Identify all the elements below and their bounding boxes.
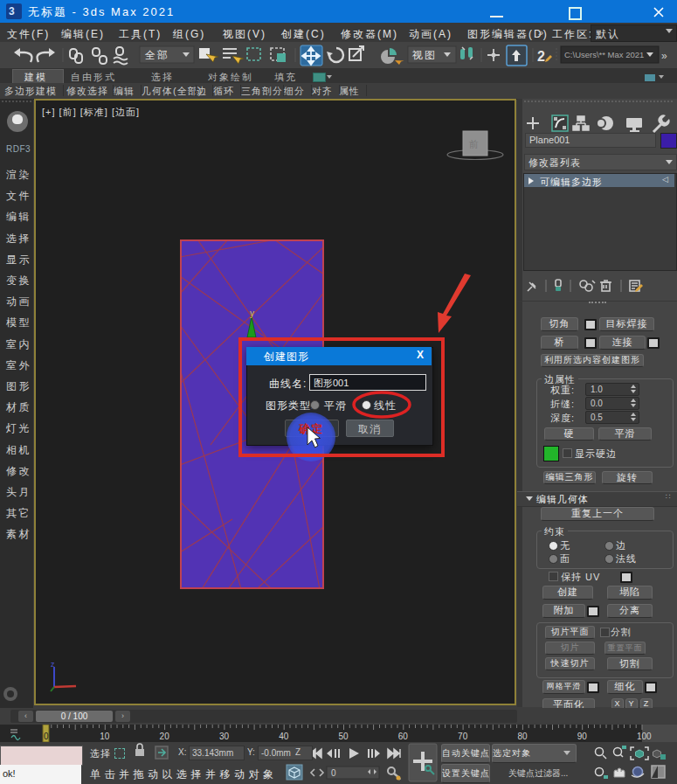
svg-text:视图: 视图 <box>411 49 437 61</box>
svg-text:50: 50 <box>339 732 349 741</box>
svg-text:20: 20 <box>160 732 170 741</box>
svg-text:30: 30 <box>219 732 230 741</box>
svg-text:100: 100 <box>637 732 652 741</box>
svg-text:0: 0 <box>331 768 336 778</box>
svg-text:10: 10 <box>100 732 110 741</box>
svg-text:90: 90 <box>577 732 588 741</box>
svg-text:70: 70 <box>458 732 468 741</box>
svg-text:80: 80 <box>517 732 528 741</box>
svg-text:y: y <box>250 309 254 318</box>
svg-text:0: 0 <box>44 732 49 741</box>
svg-text:前: 前 <box>468 139 479 149</box>
svg-text:全部: 全部 <box>145 49 169 61</box>
svg-text:C:\Users\** Max 2021: C:\Users\** Max 2021 <box>564 50 644 59</box>
svg-text:60: 60 <box>398 732 409 741</box>
svg-text:z: z <box>51 660 55 669</box>
svg-text:»: » <box>661 50 667 62</box>
svg-text:2: 2 <box>537 49 545 64</box>
svg-text:40: 40 <box>279 732 289 741</box>
